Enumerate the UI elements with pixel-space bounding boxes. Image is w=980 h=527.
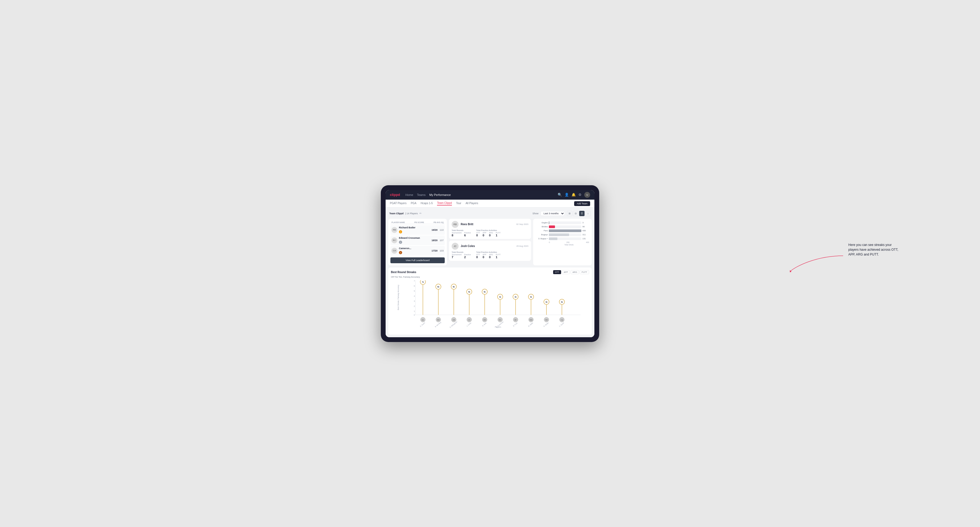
- nav-teams[interactable]: Teams: [417, 193, 426, 197]
- sub-nav-team-clippd[interactable]: Team Clippd: [437, 202, 452, 205]
- sub-nav-tour[interactable]: Tour: [456, 202, 461, 205]
- search-icon[interactable]: 🔍: [558, 193, 562, 197]
- card-player-name: Rees Britt: [461, 223, 473, 226]
- table-header: PLAYER NAME PB SCORE PB AVG SQ: [390, 221, 445, 224]
- activities-group: Total Practice Activities OTT 0 APP 0: [476, 229, 500, 237]
- edit-icon[interactable]: ✏: [419, 212, 422, 215]
- tablet-screen: clippd Home Teams My Performance 🔍 👤 🔔 ⚙…: [386, 190, 594, 337]
- svg-text:E. Ewert: E. Ewert: [420, 322, 425, 327]
- list-view[interactable]: ☰: [579, 211, 584, 216]
- svg-text:C. Quick: C. Quick: [559, 322, 565, 327]
- sub-nav-pga[interactable]: PGA: [410, 202, 416, 205]
- activities-group: Total Practice Activities OTT 0 APP 0: [476, 251, 500, 259]
- bar-track: [549, 229, 581, 232]
- svg-text:1: 1: [414, 310, 415, 312]
- bar-fill: [549, 233, 569, 236]
- svg-text:Players: Players: [495, 326, 501, 328]
- period-select[interactable]: Last 3 months Last 6 months Last year: [541, 211, 565, 216]
- bar-row-bogeys: Bogeys 311: [536, 233, 589, 236]
- streaks-panel: Best Round Streaks OTT APP ARG PUTT Off …: [388, 268, 592, 335]
- add-team-button[interactable]: Add Team: [574, 201, 590, 206]
- filter-app[interactable]: APP: [562, 270, 570, 274]
- svg-text:4x: 4x: [514, 296, 517, 298]
- filter-arg[interactable]: ARG: [571, 270, 579, 274]
- streaks-header: Best Round Streaks OTT APP ARG PUTT: [391, 270, 589, 274]
- annotation-text: Here you can see streaks your players ha…: [848, 243, 902, 257]
- player-info: Edward Crossman 2: [399, 237, 431, 244]
- view-full-leaderboard-button[interactable]: View Full Leaderboard: [390, 257, 445, 263]
- svg-text:2: 2: [414, 305, 415, 307]
- stat-practice: Practice 6: [464, 232, 471, 237]
- stat-ott: OTT 0: [476, 232, 480, 237]
- show-label: Show: [532, 212, 538, 215]
- streak-chart-container: Best Streak, Fairway Accuracy 7 6 5 4 3 …: [407, 280, 589, 329]
- card-date: 26 Aug 2023: [516, 245, 528, 247]
- user-icon[interactable]: 👤: [565, 193, 569, 197]
- bar-row-birdies: Birdies 96: [536, 225, 589, 228]
- player-name: Richard Butler: [399, 226, 431, 229]
- bar-value: 311: [582, 233, 589, 236]
- svg-text:B. McHerg: B. McHerg: [434, 322, 442, 328]
- rounds-title: Total Rounds: [452, 251, 471, 253]
- rounds-group: Total Rounds Tournament 8 Practice 6: [452, 229, 471, 237]
- x-axis: 0 200 400: [536, 241, 589, 243]
- bar-label: Pars: [536, 229, 548, 232]
- sub-nav-right: Add Team: [574, 201, 590, 206]
- bar-value: 499: [582, 229, 589, 232]
- stat-row: OTT 0 APP 0 ARG 0: [476, 232, 500, 237]
- grid-small-view[interactable]: ⊟: [573, 211, 578, 216]
- bar-fill: [549, 225, 555, 228]
- stat-row: Tournament 8 Practice 6: [452, 232, 471, 237]
- bar-label: Birdies: [536, 225, 548, 228]
- bell-icon[interactable]: 🔔: [571, 193, 576, 197]
- col-pb-score: PB SCORE: [414, 221, 424, 223]
- rank-badge: 3: [399, 251, 402, 254]
- sub-nav-pgat[interactable]: PGAT Players: [390, 202, 406, 205]
- svg-text:R. Britt: R. Britt: [482, 322, 487, 327]
- chart-view[interactable]: ↕: [585, 211, 591, 216]
- team-title: Team Clippd: [389, 212, 403, 215]
- col-player-name: PLAYER NAME: [391, 221, 405, 223]
- player-cards: RB Rees Britt 02 Sep 2023 Total Rounds T…: [449, 219, 531, 265]
- bar-fill: [549, 237, 557, 240]
- table-row[interactable]: RB Richard Butler 1 19/20 110: [390, 225, 445, 235]
- activities-title: Total Practice Activities: [476, 229, 500, 231]
- filter-ott[interactable]: OTT: [553, 270, 561, 274]
- bar-value: 3: [582, 221, 589, 224]
- svg-text:7x: 7x: [422, 281, 424, 283]
- stat-row: OTT 0 APP 0 ARG 0: [476, 254, 500, 259]
- sub-nav-all-players[interactable]: All Players: [466, 202, 478, 205]
- app-logo: clippd: [390, 193, 400, 197]
- svg-text:R. Butler: R. Butler: [543, 322, 549, 327]
- avatar: RB: [452, 221, 458, 228]
- sub-nav-hcaps[interactable]: Hcaps 1-5: [421, 202, 433, 205]
- user-avatar[interactable]: U: [584, 192, 590, 198]
- nav-home[interactable]: Home: [405, 193, 413, 197]
- nav-bar: clippd Home Teams My Performance 🔍 👤 🔔 ⚙…: [386, 190, 594, 200]
- svg-text:6x: 6x: [453, 286, 455, 288]
- svg-text:4x: 4x: [530, 296, 532, 298]
- table-row[interactable]: EC Edward Crossman 2 18/20 107: [390, 236, 445, 245]
- rounds-title: Total Rounds: [452, 229, 471, 231]
- svg-text:3x: 3x: [561, 301, 563, 303]
- stat-putt: PUTT 1: [496, 232, 500, 237]
- stat-app: APP 0: [482, 254, 486, 259]
- nav-my-performance[interactable]: My Performance: [429, 193, 451, 197]
- settings-icon[interactable]: ⚙: [578, 193, 582, 197]
- annotation-arrow: [790, 253, 848, 275]
- table-row[interactable]: CA Cameron... 3 17/20 103: [390, 246, 445, 256]
- bar-chart-panel: Eagles 3 Birdies 96: [533, 219, 592, 265]
- stat-tournament: Tournament 8: [452, 232, 461, 237]
- card-stats: Total Rounds Tournament 8 Practice 6: [452, 229, 528, 237]
- avatar: JC: [452, 243, 458, 250]
- filter-putt[interactable]: PUTT: [580, 270, 589, 274]
- svg-text:EC: EC: [499, 319, 501, 321]
- player-info: Cameron... 3: [399, 247, 431, 254]
- streaks-title: Best Round Streaks: [391, 271, 416, 274]
- card-header: RB Rees Britt 02 Sep 2023: [452, 221, 528, 228]
- grid-large-view[interactable]: ⊞: [567, 211, 572, 216]
- avatar: CA: [391, 248, 397, 254]
- x-tick: 400: [586, 241, 589, 243]
- bar-fill: [549, 229, 581, 232]
- x-tick: 200: [566, 241, 570, 243]
